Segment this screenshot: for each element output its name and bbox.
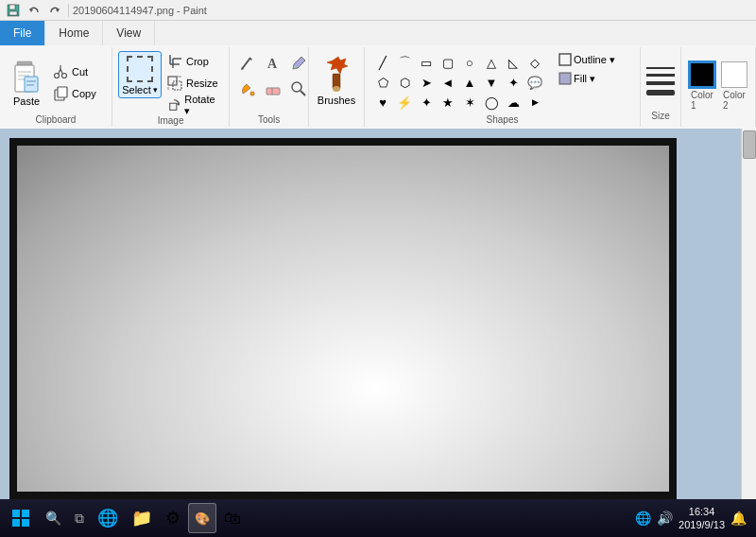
star4-shape[interactable]: ✦ bbox=[416, 93, 437, 112]
svg-rect-7 bbox=[18, 71, 31, 73]
outline-button[interactable]: Outline ▾ bbox=[555, 51, 630, 68]
edge-taskbar-btn[interactable]: 🌐 bbox=[92, 503, 124, 533]
tab-home[interactable]: Home bbox=[45, 21, 103, 45]
paste-icon bbox=[11, 60, 42, 94]
triangle-shape[interactable]: △ bbox=[481, 53, 502, 72]
network-icon[interactable]: 🌐 bbox=[635, 511, 651, 526]
undo-quick-btn[interactable] bbox=[25, 2, 43, 19]
callout-shape[interactable]: 💬 bbox=[524, 73, 545, 92]
image-group: Select ▾ Crop bbox=[112, 47, 230, 127]
rotate-label: Rotate ▾ bbox=[184, 94, 219, 117]
lightning-shape[interactable]: ⚡ bbox=[394, 93, 415, 112]
canvas-container[interactable] bbox=[9, 138, 739, 512]
paint-canvas[interactable] bbox=[9, 138, 677, 499]
clock-date: 2019/9/13 bbox=[679, 518, 725, 531]
star6-shape[interactable]: ✶ bbox=[459, 93, 480, 112]
select-button[interactable]: Select ▾ bbox=[118, 51, 162, 98]
pentagon-shape[interactable]: ⬠ bbox=[372, 73, 393, 92]
ellipse-shape[interactable]: ○ bbox=[459, 53, 480, 72]
diagonal-line-shape[interactable]: ╱ bbox=[372, 53, 393, 72]
crop-icon bbox=[167, 54, 182, 69]
star5-shape[interactable]: ★ bbox=[438, 93, 458, 112]
size-2px[interactable] bbox=[646, 74, 675, 77]
save-quick-btn[interactable] bbox=[4, 2, 23, 19]
ribbon-panel: Paste Cut bbox=[0, 45, 756, 129]
redo-quick-btn[interactable] bbox=[45, 2, 64, 19]
size-4px[interactable] bbox=[646, 90, 675, 95]
svg-line-16 bbox=[60, 69, 63, 75]
chrome-taskbar-btn[interactable]: ⚙ bbox=[160, 503, 186, 533]
search-taskbar-btn[interactable]: 🔍 bbox=[40, 503, 67, 533]
svg-rect-48 bbox=[22, 519, 29, 527]
text-tool[interactable]: A bbox=[261, 51, 285, 76]
copy-button[interactable]: Copy bbox=[49, 83, 106, 104]
select-label: Select bbox=[122, 84, 151, 95]
eraser-tool[interactable] bbox=[261, 77, 285, 101]
down-arrow-shape[interactable]: ▼ bbox=[481, 73, 502, 92]
hexagon-shape[interactable]: ⬡ bbox=[394, 73, 415, 92]
svg-rect-19 bbox=[58, 87, 67, 97]
magnify-tool[interactable] bbox=[286, 77, 311, 101]
pencil-tool[interactable] bbox=[235, 51, 260, 76]
curve-shape[interactable]: ⌒ bbox=[394, 53, 415, 72]
explorer-taskbar-btn[interactable]: 📁 bbox=[126, 503, 158, 533]
4way-arrow-shape[interactable]: ✦ bbox=[503, 73, 524, 92]
color-picker-tool[interactable] bbox=[286, 51, 311, 76]
color2-label: Color2 bbox=[723, 90, 746, 111]
shapes-options: Outline ▾ Fill ▾ bbox=[551, 51, 634, 87]
vertical-scrollbar[interactable] bbox=[741, 129, 756, 512]
heart-shape[interactable]: ♥ bbox=[372, 93, 393, 112]
size-1px[interactable] bbox=[646, 67, 675, 69]
fill-tool[interactable] bbox=[235, 77, 260, 101]
svg-point-39 bbox=[292, 82, 301, 92]
rotate-button[interactable]: Rotate ▾ bbox=[163, 95, 223, 115]
start-button[interactable] bbox=[4, 503, 38, 533]
volume-icon[interactable]: 🔊 bbox=[657, 511, 673, 526]
store-taskbar-btn[interactable]: 🛍 bbox=[218, 503, 247, 533]
system-clock[interactable]: 16:34 2019/9/13 bbox=[679, 505, 725, 532]
rounded-rect-shape[interactable]: ▢ bbox=[438, 53, 458, 72]
vscroll-thumb[interactable] bbox=[743, 130, 756, 159]
svg-line-15 bbox=[59, 69, 61, 75]
size-3px[interactable] bbox=[646, 81, 675, 85]
right-triangle-shape[interactable]: ◺ bbox=[503, 53, 524, 72]
cut-label: Cut bbox=[72, 66, 88, 78]
right-arrow-shape[interactable]: ➤ bbox=[416, 73, 437, 92]
notification-icon[interactable]: 🔔 bbox=[730, 511, 747, 526]
task-view-btn[interactable]: ⧉ bbox=[69, 503, 90, 533]
copy-icon bbox=[53, 86, 68, 101]
canvas-area bbox=[0, 129, 756, 529]
tab-view[interactable]: View bbox=[103, 21, 155, 45]
fill-label: Fill ▾ bbox=[574, 73, 595, 85]
brushes-button[interactable]: Brushes bbox=[315, 51, 358, 110]
color1-swatch[interactable] bbox=[689, 61, 715, 88]
clipboard-small-btns: Cut Copy bbox=[49, 61, 106, 104]
cut-button[interactable]: Cut bbox=[49, 61, 106, 82]
svg-rect-1 bbox=[9, 5, 15, 9]
color1-group: Color1 bbox=[689, 61, 715, 111]
svg-rect-36 bbox=[266, 88, 280, 95]
svg-rect-30 bbox=[170, 103, 177, 110]
crop-button[interactable]: Crop bbox=[163, 51, 223, 72]
color2-swatch[interactable] bbox=[721, 61, 747, 88]
outline-label: Outline ▾ bbox=[574, 54, 615, 66]
left-arrow-shape[interactable]: ◄ bbox=[438, 73, 458, 92]
paint-taskbar-btn[interactable]: 🎨 bbox=[188, 503, 216, 533]
windows-logo-icon bbox=[11, 509, 30, 528]
shapes-group: ╱ ⌒ ▭ ▢ ○ △ ◺ ◇ ⬠ ⬡ ➤ ◄ ▲ ▼ ✦ 💬 bbox=[365, 47, 641, 127]
tab-file[interactable]: File bbox=[0, 21, 45, 45]
more-shapes[interactable]: ▶ bbox=[524, 93, 545, 112]
system-tray: 🌐 🔊 16:34 2019/9/13 🔔 bbox=[629, 505, 752, 532]
select-dropdown-arrow[interactable]: ▾ bbox=[153, 85, 158, 95]
rect-shape[interactable]: ▭ bbox=[416, 53, 437, 72]
paste-button[interactable]: Paste bbox=[6, 56, 47, 111]
resize-button[interactable]: Resize bbox=[163, 73, 223, 94]
clipboard-label: Clipboard bbox=[36, 114, 77, 127]
clipboard-group: Paste Cut bbox=[0, 47, 112, 127]
cloud-shape[interactable]: ☁ bbox=[503, 93, 524, 112]
diamond-shape[interactable]: ◇ bbox=[524, 53, 545, 72]
up-arrow-shape[interactable]: ▲ bbox=[459, 73, 480, 92]
fill-shape-button[interactable]: Fill ▾ bbox=[555, 70, 630, 87]
tools-group: A bbox=[230, 47, 309, 127]
oval-callout-shape[interactable]: ◯ bbox=[481, 93, 502, 112]
